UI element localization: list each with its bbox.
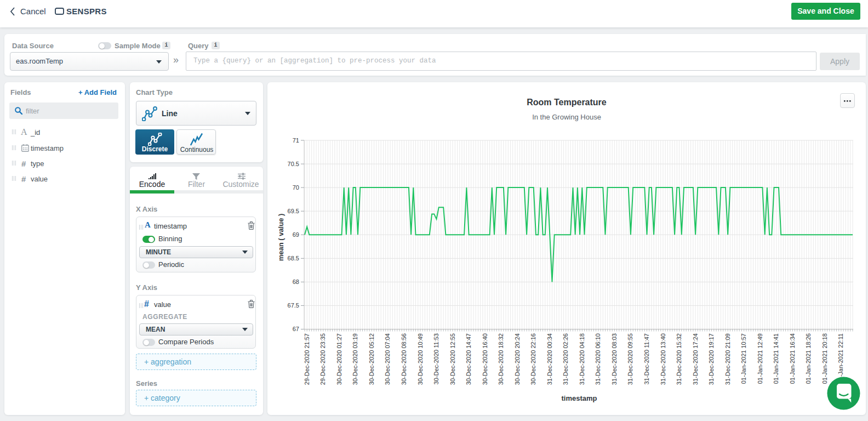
- svg-text:30-Dec-2020 16:40: 30-Dec-2020 16:40: [482, 333, 488, 385]
- svg-text:30-Dec-2020 07:04: 30-Dec-2020 07:04: [384, 333, 391, 385]
- svg-text:31-Dec-2020 08:03: 31-Dec-2020 08:03: [611, 333, 618, 385]
- svg-text:30-Dec-2020 14:47: 30-Dec-2020 14:47: [465, 333, 472, 385]
- svg-text:30-Dec-2020 08:56: 30-Dec-2020 08:56: [401, 333, 407, 385]
- svg-text:69: 69: [293, 231, 299, 238]
- svg-text:30-Dec-2020 10:49: 30-Dec-2020 10:49: [417, 333, 424, 385]
- svg-text:30-Dec-2020 18:32: 30-Dec-2020 18:32: [498, 333, 504, 385]
- svg-text:31-Dec-2020 19:17: 31-Dec-2020 19:17: [708, 333, 715, 385]
- svg-text:31-Dec-2020 00:34: 31-Dec-2020 00:34: [546, 333, 553, 385]
- svg-text:30-Dec-2020 12:55: 30-Dec-2020 12:55: [449, 333, 456, 385]
- svg-text:69.5: 69.5: [288, 208, 299, 214]
- svg-text:67.5: 67.5: [288, 302, 299, 309]
- svg-text:01-Jan-2021 22:11: 01-Jan-2021 22:11: [837, 333, 844, 384]
- svg-text:71: 71: [293, 137, 299, 144]
- svg-text:31-Dec-2020 21:09: 31-Dec-2020 21:09: [724, 333, 731, 385]
- svg-text:30-Dec-2020 11:53: 30-Dec-2020 11:53: [433, 333, 439, 384]
- svg-text:30-Dec-2020 22:16: 30-Dec-2020 22:16: [530, 333, 536, 385]
- svg-text:70: 70: [293, 184, 299, 191]
- svg-text:29-Dec-2020 23:35: 29-Dec-2020 23:35: [319, 333, 326, 385]
- svg-text:01-Jan-2021 16:34: 01-Jan-2021 16:34: [789, 333, 796, 384]
- svg-text:01-Jan-2021 12:49: 01-Jan-2021 12:49: [757, 333, 763, 384]
- svg-text:01-Jan-2021 10:57: 01-Jan-2021 10:57: [740, 333, 747, 384]
- svg-text:01-Jan-2021 14:41: 01-Jan-2021 14:41: [773, 333, 779, 384]
- svg-text:31-Dec-2020 17:24: 31-Dec-2020 17:24: [692, 333, 699, 385]
- svg-text:70.5: 70.5: [288, 161, 299, 167]
- svg-text:31-Dec-2020 13:40: 31-Dec-2020 13:40: [660, 333, 666, 385]
- svg-text:67: 67: [293, 326, 299, 332]
- svg-text:68.5: 68.5: [288, 255, 299, 261]
- svg-text:30-Dec-2020 03:19: 30-Dec-2020 03:19: [352, 333, 358, 385]
- svg-text:68: 68: [293, 278, 299, 285]
- svg-text:31-Dec-2020 11:47: 31-Dec-2020 11:47: [643, 333, 650, 384]
- svg-text:30-Dec-2020 01:27: 30-Dec-2020 01:27: [336, 333, 342, 385]
- svg-text:timestamp: timestamp: [561, 394, 597, 402]
- svg-text:30-Dec-2020 20:24: 30-Dec-2020 20:24: [514, 333, 521, 385]
- svg-text:29-Dec-2020 21:57: 29-Dec-2020 21:57: [304, 333, 310, 385]
- svg-text:30-Dec-2020 05:12: 30-Dec-2020 05:12: [368, 333, 375, 385]
- svg-text:31-Dec-2020 06:10: 31-Dec-2020 06:10: [595, 333, 601, 385]
- svg-text:31-Dec-2020 02:26: 31-Dec-2020 02:26: [562, 333, 569, 385]
- svg-text:31-Dec-2020 04:18: 31-Dec-2020 04:18: [579, 333, 585, 385]
- svg-text:01-Jan-2021 18:26: 01-Jan-2021 18:26: [805, 333, 812, 384]
- svg-text:31-Dec-2020 09:55: 31-Dec-2020 09:55: [627, 333, 633, 385]
- svg-text:mean ( value ): mean ( value ): [277, 214, 285, 261]
- svg-text:31-Dec-2020 15:32: 31-Dec-2020 15:32: [676, 333, 682, 385]
